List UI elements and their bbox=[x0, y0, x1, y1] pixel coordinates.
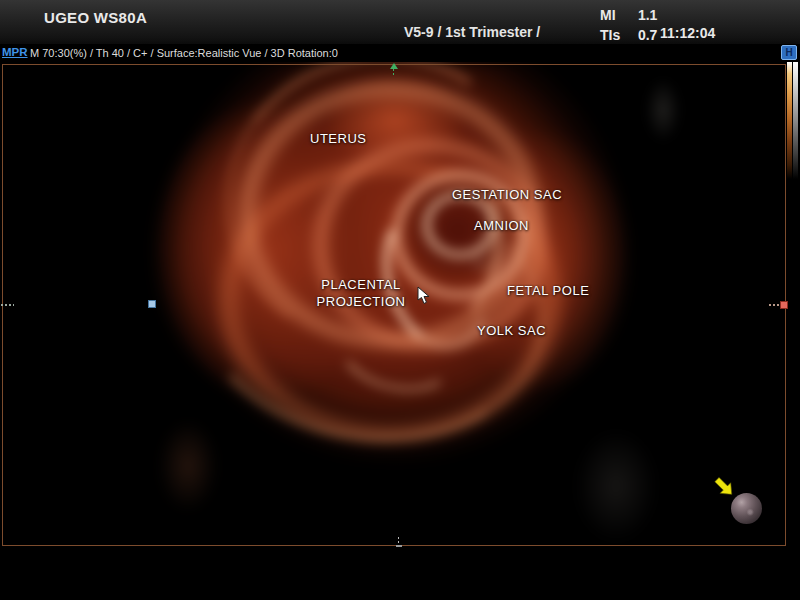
tis-index: TIs 0.7 bbox=[600, 25, 657, 45]
save-thumbnail-icon[interactable]: H bbox=[781, 45, 797, 60]
ultrasound-screen: UGEO WS80A V5-9 / 1st Trimester / MI 1.1… bbox=[0, 0, 800, 600]
colorbar-gray-strip bbox=[793, 62, 798, 179]
tis-value: 0.7 bbox=[638, 27, 657, 43]
slice-handle-right[interactable] bbox=[780, 301, 788, 309]
top-bar: UGEO WS80A V5-9 / 1st Trimester / MI 1.1… bbox=[0, 0, 800, 44]
mpr-mode-link[interactable]: MPR bbox=[2, 46, 28, 58]
annotation-gestation-sac: GESTATION SAC bbox=[452, 187, 562, 202]
render-parameters: M 70:30(%) / Th 40 / C+ / Surface:Realis… bbox=[30, 47, 338, 59]
tick-base bbox=[396, 545, 402, 547]
annotation-placental-projection: PLACENTAL PROJECTION bbox=[306, 276, 416, 310]
render-stage: UTERUS GESTATION SAC AMNION PLACENTAL PR… bbox=[0, 62, 800, 600]
annotation-fetal-pole: FETAL POLE bbox=[507, 283, 589, 298]
clock: 11:12:04 bbox=[660, 25, 715, 41]
probe-preset: V5-9 / 1st Trimester / bbox=[404, 24, 540, 40]
mi-value: 1.1 bbox=[638, 7, 657, 23]
tis-label: TIs bbox=[600, 25, 634, 45]
colorbar-sepia-strip bbox=[787, 62, 792, 179]
slice-dots-right bbox=[769, 304, 780, 306]
orientation-marker-icon bbox=[389, 63, 398, 77]
device-name: UGEO WS80A bbox=[44, 9, 147, 26]
green-dotted-tail bbox=[393, 69, 394, 77]
rotation-sphere-icon bbox=[731, 493, 762, 524]
annotation-yolk-sac: YOLK SAC bbox=[477, 323, 546, 338]
status-bar: MPR M 70:30(%) / Th 40 / C+ / Surface:Re… bbox=[0, 44, 800, 62]
mi-label: MI bbox=[600, 5, 634, 25]
slice-dots-left bbox=[1, 304, 14, 306]
mi-index: MI 1.1 bbox=[600, 5, 657, 25]
acoustic-indices: MI 1.1 TIs 0.7 bbox=[600, 5, 657, 45]
colorbar bbox=[787, 62, 798, 179]
gray-dotted-tail bbox=[398, 537, 399, 545]
annotation-uterus: UTERUS bbox=[310, 131, 366, 146]
mouse-cursor-icon bbox=[417, 286, 430, 309]
bottom-tick-icon bbox=[395, 537, 402, 547]
slice-handle-left[interactable] bbox=[148, 300, 156, 308]
annotation-amnion: AMNION bbox=[474, 218, 529, 233]
